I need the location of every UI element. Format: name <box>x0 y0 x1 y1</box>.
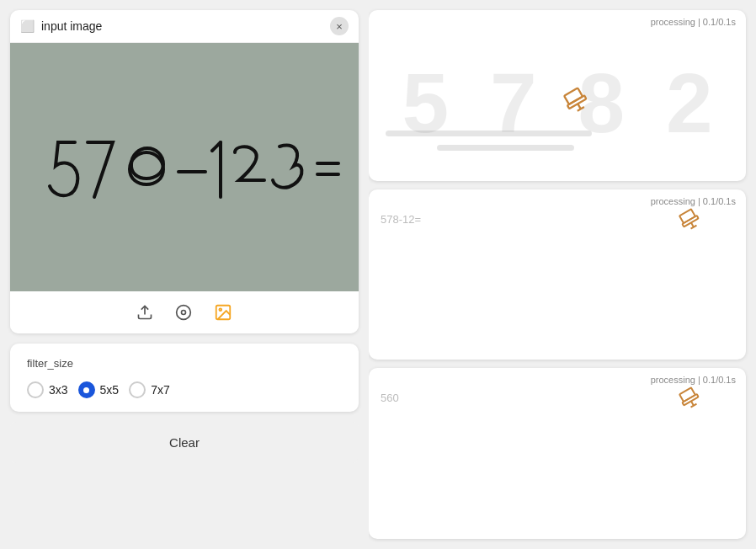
result-card-large: processing | 0.1/0.1s 5 7 8 2 <box>369 10 746 181</box>
image-card: ⬜ input image × <box>10 10 359 333</box>
svg-point-1 <box>182 311 186 315</box>
processing-badge-2: processing | 0.1/0.1s <box>651 196 736 206</box>
result-card-body-1: 5 7 8 2 <box>369 30 746 176</box>
radio-option-7x7[interactable]: 7x7 <box>129 381 170 398</box>
result-card-small-1: processing | 0.1/0.1s 578-12= <box>369 189 746 360</box>
right-panel: processing | 0.1/0.1s 5 7 8 2 <box>369 0 756 549</box>
strokes-overlay <box>386 131 729 151</box>
stroke-2 <box>437 145 574 151</box>
stamp-svg-3 <box>676 385 704 413</box>
result-small-body-2: 560 <box>369 388 746 413</box>
active-image-icon <box>214 303 232 322</box>
radio-circle-3x3 <box>27 381 44 398</box>
left-panel: ⬜ input image × <box>0 0 369 549</box>
result-card-header-1: processing | 0.1/0.1s <box>369 10 746 30</box>
stamp-icon-3 <box>679 388 700 412</box>
close-button[interactable]: × <box>330 17 349 35</box>
filter-card: filter_size 3x3 5x5 7x7 <box>10 344 359 412</box>
image-display <box>10 43 359 291</box>
image-active-button[interactable] <box>210 300 236 325</box>
bg-numbers: 5 7 8 2 <box>369 30 746 176</box>
svg-point-3 <box>219 308 221 311</box>
svg-line-10 <box>691 222 694 227</box>
clear-button[interactable]: Clear <box>10 422 359 463</box>
processing-badge-3: processing | 0.1/0.1s <box>651 375 736 385</box>
radio-option-5x5[interactable]: 5x5 <box>78 381 120 398</box>
radio-group: 3x3 5x5 7x7 <box>27 381 342 398</box>
filter-label: filter_size <box>27 357 342 370</box>
processing-badge-1: processing | 0.1/0.1s <box>651 17 736 27</box>
result-small-body-1: 578-12= <box>369 210 746 234</box>
result-card-header-2: processing | 0.1/0.1s <box>369 189 746 210</box>
camera-button[interactable] <box>172 301 195 324</box>
radio-label-5x5: 5x5 <box>100 383 120 397</box>
svg-line-15 <box>691 404 697 408</box>
stamp-svg-2 <box>676 205 704 233</box>
image-icon: ⬜ <box>20 19 35 33</box>
equation-svg <box>29 125 340 210</box>
result-card-small-2: processing | 0.1/0.1s 560 <box>369 368 746 539</box>
radio-label-3x3: 3x3 <box>49 383 68 397</box>
radio-circle-7x7 <box>129 381 146 398</box>
image-card-title: input image <box>41 19 323 33</box>
stroke-1 <box>386 131 592 136</box>
stamp-icon-2 <box>679 210 700 233</box>
radio-circle-5x5 <box>78 381 95 398</box>
radio-option-3x3[interactable]: 3x3 <box>27 381 68 398</box>
radio-label-7x7: 7x7 <box>151 383 170 397</box>
upload-button[interactable] <box>133 301 157 324</box>
image-toolbar <box>10 291 359 333</box>
camera-icon <box>175 304 192 321</box>
image-card-header: ⬜ input image × <box>10 10 359 43</box>
upload-icon <box>136 304 153 321</box>
